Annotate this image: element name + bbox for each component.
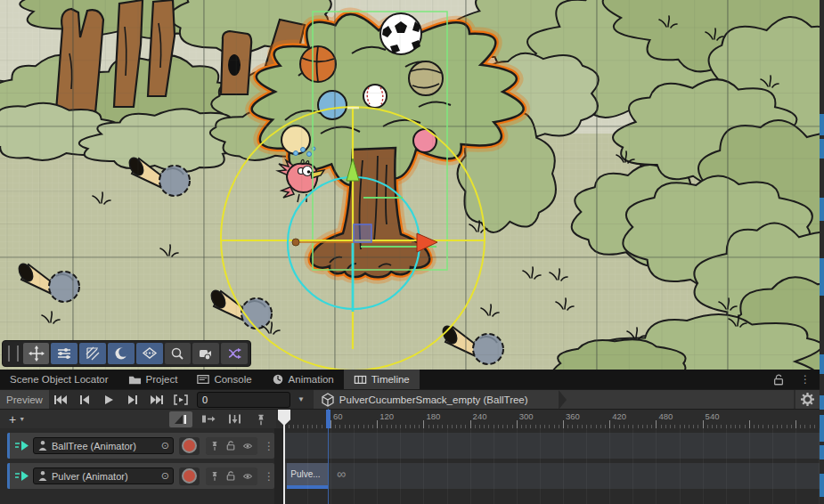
folder-icon	[128, 373, 142, 386]
skip-end-icon	[150, 394, 164, 405]
go-to-end-button[interactable]	[145, 392, 169, 408]
track-menu-icon[interactable]: ⋮	[264, 440, 274, 452]
frame-options-dropdown[interactable]: ▼	[290, 395, 312, 403]
unity-editor-window: { "tabs": [ {"label": "Scene Object Loca…	[0, 0, 824, 504]
edge-indicator	[820, 415, 824, 442]
track-header-pulver[interactable]: Pulver (Animator) ⊙ ⋮	[7, 463, 274, 489]
track-grid-line	[632, 428, 633, 504]
eclipse-tool-button[interactable]	[108, 343, 135, 364]
record-icon	[182, 468, 197, 484]
previous-frame-button[interactable]	[73, 392, 97, 408]
layers-tool-button[interactable]	[136, 343, 163, 364]
track-grid-line	[586, 428, 587, 504]
edge-indicator	[820, 114, 824, 135]
ruler-tick	[656, 420, 657, 428]
prev-frame-icon	[78, 394, 92, 405]
ripple-mode-button[interactable]	[223, 411, 246, 427]
edge-indicator	[820, 258, 824, 296]
ruler-tick	[563, 420, 564, 428]
edge-indicator	[820, 445, 824, 459]
edge-indicator	[820, 395, 824, 410]
track-grid-line	[656, 428, 657, 504]
tab-project[interactable]: Project	[118, 370, 188, 389]
add-track-button[interactable]: + ▼	[0, 412, 29, 427]
unlock-icon[interactable]	[225, 470, 236, 482]
edge-indicator	[820, 474, 824, 497]
track-lane-balltree	[283, 433, 820, 459]
ruler-tick	[470, 420, 471, 428]
track-menu-icon[interactable]: ⋮	[264, 470, 274, 483]
timeline-settings-button[interactable]	[795, 390, 820, 410]
track-lane-pulver	[283, 463, 820, 489]
move-tool-button[interactable]	[23, 343, 50, 364]
clock-icon	[272, 373, 284, 386]
ruler-frame-label: 60	[333, 411, 343, 421]
animator-object-field[interactable]: Pulver (Animator) ⊙	[33, 467, 174, 484]
skip-start-icon	[53, 394, 68, 405]
curves-view-toggle[interactable]	[169, 411, 192, 427]
timeline-transport-row: Preview 0 ▼ PulverCucumberSmack_empty (B…	[0, 389, 820, 409]
record-button[interactable]	[179, 467, 200, 485]
animator-object-field[interactable]: BallTree (Animator) ⊙	[33, 437, 174, 454]
animator-avatar-icon	[37, 470, 48, 482]
pin-icon[interactable]	[209, 440, 220, 451]
track-grid-line	[772, 428, 773, 504]
add-track-caret-icon: ▼	[19, 416, 25, 422]
timeline-breadcrumb[interactable]: PulverCucumberSmack_empty (BallTree)	[314, 390, 794, 410]
search-tool-button[interactable]	[165, 343, 192, 364]
timeline-ruler[interactable]: 60120180240300360420480540	[276, 409, 820, 428]
play-range-icon	[174, 394, 188, 405]
toolbar-drag-handle[interactable]	[8, 345, 19, 362]
track-grid-line	[517, 428, 518, 504]
go-to-start-button[interactable]	[49, 392, 73, 408]
unlock-icon[interactable]	[225, 440, 236, 451]
eye-icon[interactable]	[241, 441, 254, 451]
camera-tool-button[interactable]	[192, 343, 219, 364]
object-picker-icon[interactable]: ⊙	[161, 470, 169, 482]
track-grid-line	[354, 428, 355, 504]
track-grid-line	[749, 428, 750, 504]
track-grid-line	[423, 428, 424, 504]
record-button[interactable]	[179, 437, 200, 455]
panel-menu-icon[interactable]: ⋮	[800, 373, 811, 386]
ripple-mode-icon	[227, 413, 242, 425]
current-frame-input[interactable]: 0	[197, 392, 290, 408]
move-icon	[29, 345, 45, 362]
tab-timeline[interactable]: Timeline	[344, 370, 420, 389]
object-picker-icon[interactable]: ⊙	[161, 440, 169, 451]
track-grid-line	[680, 428, 681, 504]
track-grid-line	[494, 428, 494, 504]
track-header-balltree[interactable]: BallTree (Animator) ⊙ ⋮	[7, 433, 274, 459]
sliders-tool-button[interactable]	[51, 343, 78, 364]
track-grid-line	[609, 428, 610, 504]
shuffle-tool-button[interactable]	[221, 343, 248, 364]
play-range-button[interactable]	[169, 392, 193, 408]
track-grid-line	[400, 428, 401, 504]
unlock-icon[interactable]	[772, 373, 785, 386]
mix-mode-button[interactable]	[196, 411, 219, 427]
timeline-end-line	[328, 409, 329, 504]
eye-icon[interactable]	[241, 471, 254, 482]
replace-mode-pin-button[interactable]	[249, 411, 273, 427]
tab-scene-object-locator[interactable]: Scene Object Locator	[0, 370, 118, 389]
breadcrumb-chevron-icon	[559, 390, 567, 410]
track-grid-line	[377, 428, 378, 504]
x-axis-handle[interactable]	[292, 239, 299, 246]
edge-indicator	[820, 139, 824, 159]
cube-icon	[321, 393, 335, 407]
search-icon	[170, 346, 184, 361]
next-frame-button[interactable]	[121, 392, 145, 408]
console-icon	[197, 373, 209, 386]
preview-toggle-button[interactable]: Preview	[0, 390, 49, 410]
play-button[interactable]	[97, 392, 121, 408]
scene-view[interactable]	[0, 0, 820, 370]
pin-icon[interactable]	[209, 470, 220, 482]
ruler-frame-label: 540	[706, 411, 720, 421]
track-grid-line	[540, 428, 541, 504]
edge-indicator	[820, 354, 824, 374]
plane-handle[interactable]	[354, 224, 371, 242]
tab-console[interactable]: Console	[187, 370, 261, 389]
hatch-tool-button[interactable]	[79, 343, 106, 364]
ruler-tick	[330, 420, 331, 428]
tab-animation[interactable]: Animation	[262, 370, 344, 389]
